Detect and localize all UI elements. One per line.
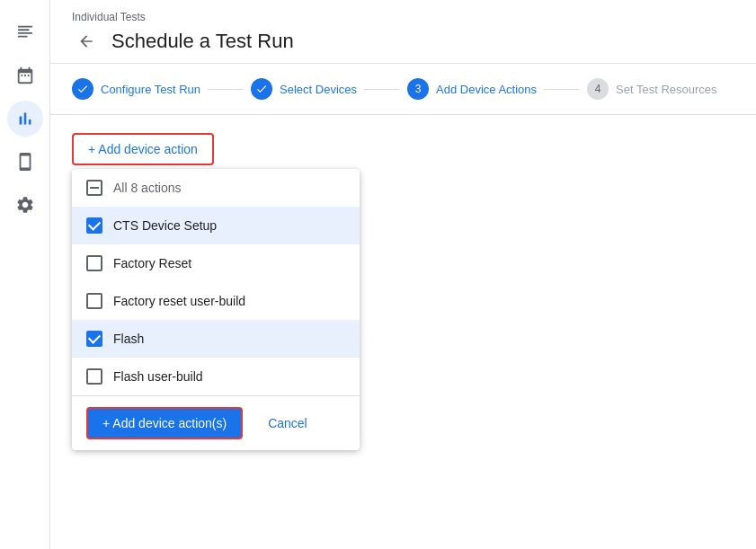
svg-rect-0 [17,26,32,28]
unchecked-checkbox-flash-user [86,368,102,385]
item-label-factory-reset: Factory Reset [113,256,191,270]
step-circle-actions: 3 [407,78,429,100]
analytics-icon [15,109,35,128]
checkbox-flash-user [86,368,102,385]
item-label-flash-user: Flash user-build [113,369,203,384]
step-label-configure: Configure Test Run [101,83,200,96]
step-label-select: Select Devices [280,83,357,96]
item-label-flash: Flash [113,332,144,346]
sidebar-item-analytics[interactable] [7,101,43,137]
list-item-factory-reset[interactable]: Factory Reset [72,244,360,282]
checkbox-flash [86,331,102,347]
list-item-factory-reset-user[interactable]: Factory reset user-build [72,282,360,320]
indeterminate-checkbox [86,180,102,196]
step-circle-select [251,78,272,100]
breadcrumb: Individual Tests [72,11,734,23]
dropdown-footer: + Add device action(s) Cancel [72,395,360,450]
sidebar-item-list[interactable] [7,14,43,50]
connector-1 [208,89,244,90]
checked-checkbox-cts [86,217,102,234]
page-title: Schedule a Test Run [111,30,294,53]
settings-icon [15,195,35,215]
sidebar-item-device[interactable] [7,144,43,180]
connector-3 [544,89,580,90]
sidebar [0,0,50,549]
check-icon [76,83,89,95]
list-item-cts-setup[interactable]: CTS Device Setup [72,207,360,244]
checkmark-cts [88,218,101,231]
svg-rect-1 [17,29,29,31]
check-icon-2 [255,83,268,95]
unchecked-checkbox-factory [86,255,102,271]
add-device-action-button[interactable]: + Add device action [72,133,214,165]
back-button[interactable] [72,27,101,56]
unchecked-checkbox-factory-user [86,293,102,309]
item-label-factory-reset-user: Factory reset user-build [113,294,245,308]
cancel-button[interactable]: Cancel [253,409,322,438]
step-circle-resources: 4 [587,78,609,100]
svg-rect-2 [17,32,32,34]
step-circle-configure [72,78,93,100]
checkbox-cts [86,217,102,234]
checkbox-all [86,180,102,196]
checked-checkbox-flash [86,331,102,347]
sidebar-item-calendar[interactable] [7,58,43,93]
list-icon [15,22,35,42]
item-label-cts: CTS Device Setup [113,218,217,233]
svg-rect-3 [17,36,27,38]
back-icon [77,32,95,50]
dropdown-panel: All 8 actions CTS Device Setup [72,169,360,450]
list-item-all[interactable]: All 8 actions [72,169,360,207]
dropdown-list: All 8 actions CTS Device Setup [72,169,360,395]
step-select-devices: Select Devices [251,78,357,100]
sidebar-item-settings[interactable] [7,187,43,223]
add-actions-confirm-button[interactable]: + Add device action(s) [86,407,243,439]
stepper: Configure Test Run Select Devices 3 Add … [50,64,756,115]
calendar-icon [15,66,35,85]
checkbox-factory-reset [86,255,102,271]
step-label-resources: Set Test Resources [616,83,716,96]
item-label-all: All 8 actions [113,181,181,195]
list-item-flash-user[interactable]: Flash user-build [72,358,360,395]
connector-2 [364,89,400,90]
main-content: Individual Tests Schedule a Test Run Con… [50,0,756,549]
checkbox-factory-user [86,293,102,309]
step-add-actions: 3 Add Device Actions [407,78,537,100]
device-icon [15,152,35,172]
header: Individual Tests Schedule a Test Run [50,0,756,64]
step-configure: Configure Test Run [72,78,200,100]
list-item-flash[interactable]: Flash [72,320,360,358]
title-row: Schedule a Test Run [72,27,734,56]
checkmark-flash [88,332,101,344]
step-label-actions: Add Device Actions [436,83,537,96]
content-area: + Add device action All 8 actions [50,115,756,549]
step-set-resources: 4 Set Test Resources [587,78,716,100]
